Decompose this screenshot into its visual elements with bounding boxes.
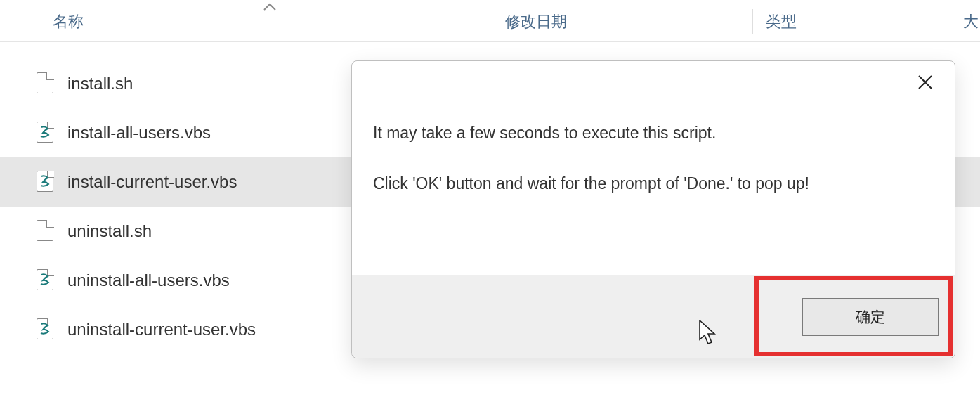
vbs-file-icon [37,171,55,193]
vbs-file-icon [37,122,55,144]
file-name: install-all-users.vbs [67,123,211,143]
file-icon [37,220,55,242]
vbs-file-icon [37,269,55,292]
sort-ascending-icon [263,3,276,11]
header-type-label: 类型 [766,13,797,30]
message-dialog: It may take a few seconds to execute thi… [351,60,955,358]
header-size-label: 大 [963,13,979,30]
ok-button[interactable]: 确定 [802,298,939,336]
file-name: uninstall-all-users.vbs [67,271,230,290]
dialog-message-line2: Click 'OK' button and wait for the promp… [373,172,934,195]
file-name: uninstall-current-user.vbs [67,320,256,339]
header-date-label: 修改日期 [505,13,567,30]
cursor-icon [699,320,719,346]
close-button[interactable] [911,68,939,96]
close-icon [917,74,933,90]
column-header-date[interactable]: 修改日期 [492,0,752,41]
file-name: install.sh [67,74,133,93]
vbs-file-icon [37,318,55,341]
column-header-row: 名称 修改日期 类型 大 [0,0,980,42]
column-header-type[interactable]: 类型 [753,0,950,41]
dialog-message-line1: It may take a few seconds to execute thi… [373,122,934,144]
dialog-titlebar [352,61,955,103]
dialog-body: It may take a few seconds to execute thi… [352,103,955,275]
dialog-footer: 确定 [352,275,955,358]
column-header-size[interactable]: 大 [950,0,980,41]
header-name-label: 名称 [53,13,84,30]
file-name: uninstall.sh [67,221,152,241]
file-name: install-current-user.vbs [67,172,237,192]
file-icon [37,72,55,95]
column-header-name[interactable]: 名称 [0,0,492,41]
